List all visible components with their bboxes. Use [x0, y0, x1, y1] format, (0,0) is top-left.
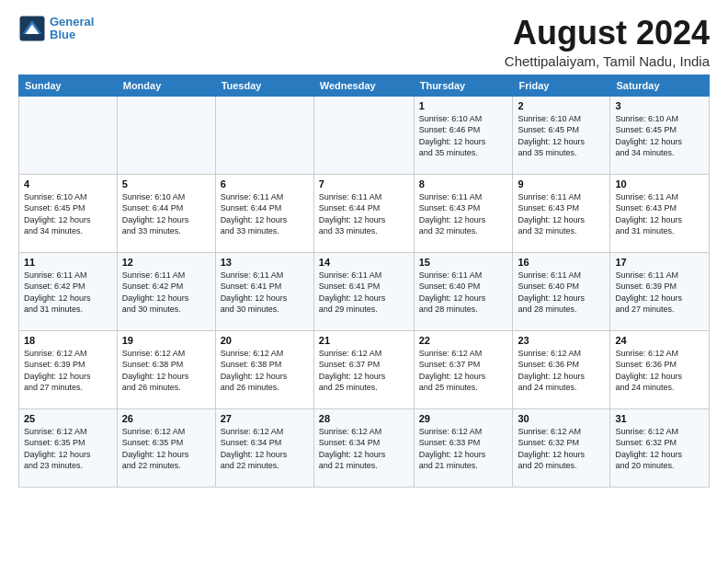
- day-number: 12: [122, 257, 210, 268]
- calendar-cell: 30Sunrise: 6:12 AM Sunset: 6:32 PM Dayli…: [513, 408, 610, 487]
- weekday-header-thursday: Thursday: [414, 75, 513, 96]
- logo-text: General Blue: [50, 16, 94, 42]
- day-info: Sunrise: 6:11 AM Sunset: 6:39 PM Dayligh…: [615, 270, 704, 316]
- day-number: 14: [319, 257, 409, 268]
- day-info: Sunrise: 6:10 AM Sunset: 6:46 PM Dayligh…: [419, 113, 508, 159]
- day-info: Sunrise: 6:12 AM Sunset: 6:37 PM Dayligh…: [319, 348, 409, 394]
- calendar-cell: 27Sunrise: 6:12 AM Sunset: 6:34 PM Dayli…: [215, 408, 313, 487]
- day-info: Sunrise: 6:12 AM Sunset: 6:36 PM Dayligh…: [518, 348, 605, 394]
- day-info: Sunrise: 6:11 AM Sunset: 6:41 PM Dayligh…: [221, 270, 309, 316]
- day-number: 18: [24, 335, 112, 346]
- day-info: Sunrise: 6:11 AM Sunset: 6:41 PM Dayligh…: [319, 270, 409, 316]
- day-info: Sunrise: 6:11 AM Sunset: 6:43 PM Dayligh…: [419, 191, 508, 237]
- day-number: 16: [518, 257, 605, 268]
- calendar-cell: 8Sunrise: 6:11 AM Sunset: 6:43 PM Daylig…: [414, 174, 513, 252]
- header: General Blue August 2024 Chettipalaiyam,…: [18, 15, 710, 69]
- logo-line2: Blue: [50, 28, 75, 41]
- logo: General Blue: [18, 15, 94, 42]
- day-number: 8: [419, 178, 508, 190]
- week-row-2: 4Sunrise: 6:10 AM Sunset: 6:45 PM Daylig…: [19, 174, 710, 252]
- calendar-cell: 15Sunrise: 6:11 AM Sunset: 6:40 PM Dayli…: [414, 252, 513, 330]
- day-info: Sunrise: 6:11 AM Sunset: 6:44 PM Dayligh…: [221, 191, 309, 237]
- day-number: 31: [615, 413, 704, 424]
- week-row-5: 25Sunrise: 6:12 AM Sunset: 6:35 PM Dayli…: [19, 408, 710, 487]
- day-number: 5: [122, 178, 210, 190]
- calendar-cell: 16Sunrise: 6:11 AM Sunset: 6:40 PM Dayli…: [513, 252, 610, 330]
- calendar-cell: 9Sunrise: 6:11 AM Sunset: 6:43 PM Daylig…: [513, 174, 610, 252]
- day-info: Sunrise: 6:12 AM Sunset: 6:35 PM Dayligh…: [24, 426, 112, 472]
- day-info: Sunrise: 6:12 AM Sunset: 6:35 PM Dayligh…: [122, 426, 210, 472]
- week-row-1: 1Sunrise: 6:10 AM Sunset: 6:46 PM Daylig…: [19, 96, 710, 174]
- logo-icon: [18, 15, 46, 42]
- day-info: Sunrise: 6:12 AM Sunset: 6:39 PM Dayligh…: [24, 348, 112, 394]
- calendar-cell: 24Sunrise: 6:12 AM Sunset: 6:36 PM Dayli…: [610, 330, 710, 408]
- calendar-cell: 2Sunrise: 6:10 AM Sunset: 6:45 PM Daylig…: [513, 96, 610, 174]
- calendar-cell: 11Sunrise: 6:11 AM Sunset: 6:42 PM Dayli…: [19, 252, 118, 330]
- calendar-cell: 7Sunrise: 6:11 AM Sunset: 6:44 PM Daylig…: [313, 174, 414, 252]
- weekday-header-friday: Friday: [513, 75, 610, 96]
- calendar-cell: [215, 96, 313, 174]
- day-number: 30: [518, 413, 605, 424]
- calendar-cell: 21Sunrise: 6:12 AM Sunset: 6:37 PM Dayli…: [313, 330, 414, 408]
- week-row-4: 18Sunrise: 6:12 AM Sunset: 6:39 PM Dayli…: [19, 330, 710, 408]
- day-number: 17: [615, 257, 704, 268]
- calendar-cell: 25Sunrise: 6:12 AM Sunset: 6:35 PM Dayli…: [19, 408, 118, 487]
- day-info: Sunrise: 6:11 AM Sunset: 6:43 PM Dayligh…: [615, 191, 704, 237]
- day-number: 19: [122, 335, 210, 346]
- day-number: 2: [518, 100, 605, 111]
- calendar-cell: 5Sunrise: 6:10 AM Sunset: 6:44 PM Daylig…: [117, 174, 215, 252]
- day-number: 25: [24, 413, 112, 424]
- day-number: 9: [518, 178, 605, 190]
- day-number: 22: [419, 335, 508, 346]
- day-info: Sunrise: 6:10 AM Sunset: 6:45 PM Dayligh…: [518, 113, 605, 159]
- day-number: 27: [221, 413, 309, 424]
- day-number: 7: [319, 178, 409, 190]
- day-number: 24: [615, 335, 704, 346]
- calendar-cell: 23Sunrise: 6:12 AM Sunset: 6:36 PM Dayli…: [513, 330, 610, 408]
- calendar-cell: 1Sunrise: 6:10 AM Sunset: 6:46 PM Daylig…: [414, 96, 513, 174]
- day-number: 29: [419, 413, 508, 424]
- calendar-cell: 22Sunrise: 6:12 AM Sunset: 6:37 PM Dayli…: [414, 330, 513, 408]
- day-info: Sunrise: 6:12 AM Sunset: 6:34 PM Dayligh…: [319, 426, 409, 472]
- calendar-cell: 20Sunrise: 6:12 AM Sunset: 6:38 PM Dayli…: [215, 330, 313, 408]
- day-number: 10: [615, 178, 704, 190]
- calendar-cell: 26Sunrise: 6:12 AM Sunset: 6:35 PM Dayli…: [117, 408, 215, 487]
- day-info: Sunrise: 6:10 AM Sunset: 6:44 PM Dayligh…: [122, 191, 210, 237]
- day-info: Sunrise: 6:12 AM Sunset: 6:37 PM Dayligh…: [419, 348, 508, 394]
- day-info: Sunrise: 6:11 AM Sunset: 6:40 PM Dayligh…: [419, 270, 508, 316]
- calendar-cell: 14Sunrise: 6:11 AM Sunset: 6:41 PM Dayli…: [313, 252, 414, 330]
- day-number: 20: [221, 335, 309, 346]
- calendar: SundayMondayTuesdayWednesdayThursdayFrid…: [18, 75, 710, 488]
- day-info: Sunrise: 6:10 AM Sunset: 6:45 PM Dayligh…: [615, 113, 704, 159]
- day-info: Sunrise: 6:11 AM Sunset: 6:42 PM Dayligh…: [24, 270, 112, 316]
- day-info: Sunrise: 6:10 AM Sunset: 6:45 PM Dayligh…: [24, 191, 112, 237]
- day-info: Sunrise: 6:12 AM Sunset: 6:33 PM Dayligh…: [419, 426, 508, 472]
- calendar-cell: 3Sunrise: 6:10 AM Sunset: 6:45 PM Daylig…: [610, 96, 710, 174]
- day-number: 11: [24, 257, 112, 268]
- logo-line1: General: [50, 15, 94, 29]
- weekday-header-wednesday: Wednesday: [313, 75, 414, 96]
- day-number: 26: [122, 413, 210, 424]
- calendar-cell: 13Sunrise: 6:11 AM Sunset: 6:41 PM Dayli…: [215, 252, 313, 330]
- main-title: August 2024: [505, 15, 710, 52]
- day-info: Sunrise: 6:12 AM Sunset: 6:36 PM Dayligh…: [615, 348, 704, 394]
- calendar-cell: 6Sunrise: 6:11 AM Sunset: 6:44 PM Daylig…: [215, 174, 313, 252]
- calendar-cell: 4Sunrise: 6:10 AM Sunset: 6:45 PM Daylig…: [19, 174, 118, 252]
- calendar-cell: [117, 96, 215, 174]
- day-info: Sunrise: 6:11 AM Sunset: 6:44 PM Dayligh…: [319, 191, 409, 237]
- weekday-header-saturday: Saturday: [610, 75, 710, 96]
- day-number: 15: [419, 257, 508, 268]
- day-info: Sunrise: 6:12 AM Sunset: 6:38 PM Dayligh…: [221, 348, 309, 394]
- day-info: Sunrise: 6:12 AM Sunset: 6:38 PM Dayligh…: [122, 348, 210, 394]
- calendar-cell: 12Sunrise: 6:11 AM Sunset: 6:42 PM Dayli…: [117, 252, 215, 330]
- day-number: 21: [319, 335, 409, 346]
- weekday-header-monday: Monday: [117, 75, 215, 96]
- day-number: 13: [221, 257, 309, 268]
- day-info: Sunrise: 6:12 AM Sunset: 6:34 PM Dayligh…: [221, 426, 309, 472]
- calendar-cell: 19Sunrise: 6:12 AM Sunset: 6:38 PM Dayli…: [117, 330, 215, 408]
- weekday-header-tuesday: Tuesday: [215, 75, 313, 96]
- day-info: Sunrise: 6:11 AM Sunset: 6:40 PM Dayligh…: [518, 270, 605, 316]
- calendar-cell: 10Sunrise: 6:11 AM Sunset: 6:43 PM Dayli…: [610, 174, 710, 252]
- day-number: 23: [518, 335, 605, 346]
- week-row-3: 11Sunrise: 6:11 AM Sunset: 6:42 PM Dayli…: [19, 252, 710, 330]
